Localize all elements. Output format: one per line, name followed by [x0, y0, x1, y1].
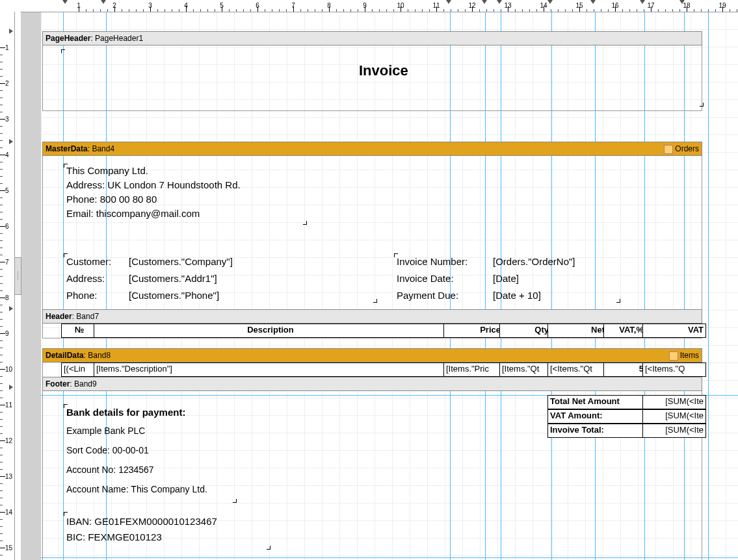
band-footer-title[interactable]: Footer: Band9	[42, 377, 702, 391]
band-masterdata-title[interactable]: MasterData: Band4 Orders	[42, 142, 702, 156]
total-net-value[interactable]: [SUM(<Ite	[642, 395, 706, 409]
band-footer[interactable]: Footer: Band9 Total Net Amount [SUM(<Ite…	[42, 377, 702, 560]
band-masterdata[interactable]: MasterData: Band4 Orders This Company Lt…	[42, 142, 702, 310]
band-pageheader-body[interactable]: Invoice	[42, 45, 702, 111]
col-desc[interactable]: Description	[94, 324, 447, 338]
col-price[interactable]: Price	[443, 324, 503, 338]
band-header-name: : Band7	[72, 312, 99, 321]
band-footer-body[interactable]: Total Net Amount [SUM(<Ite VAT Amount: […	[42, 391, 702, 560]
invdate-value[interactable]: [Date]	[493, 273, 519, 285]
band-masterdata-datasource[interactable]: Orders	[664, 142, 702, 155]
band-pageheader-prefix: PageHeader	[46, 34, 90, 43]
invdue-value[interactable]: [Date + 10]	[493, 290, 541, 301]
bank-l3[interactable]: Account No: 1234567	[66, 464, 154, 476]
datasource-icon	[664, 145, 673, 154]
band-masterdata-name: : Band4	[88, 144, 114, 153]
col-no[interactable]: №	[61, 324, 98, 338]
report-page[interactable]: PageHeader: PageHeader1 Invoice MasterDa…	[41, 12, 738, 560]
band-detaildata-body[interactable]: [(<Lin [Items."Description"] [Items."Pri…	[42, 363, 702, 377]
band-detaildata-name: : Band8	[84, 351, 111, 360]
invnum-label[interactable]: Invoice Number:	[397, 256, 468, 268]
band-masterdata-body[interactable]: This Company Ltd. Address: UK London 7 H…	[42, 156, 702, 310]
field-desc[interactable]: [Items."Description"]	[94, 363, 447, 377]
company-line-2[interactable]: Address: UK London 7 Houndstooth Rd.	[66, 179, 241, 191]
band-footer-prefix: Footer	[46, 379, 70, 388]
field-vatp[interactable]: 5	[603, 363, 646, 377]
customer-label[interactable]: Customer:	[66, 256, 111, 268]
band-detaildata-prefix: DetailData	[46, 351, 84, 360]
band-pageheader-name: : PageHeader1	[90, 34, 143, 43]
col-vat[interactable]: VAT	[642, 324, 706, 338]
field-net[interactable]: [<Items."Qt	[547, 363, 607, 377]
bank-l1[interactable]: Example Bank PLC	[66, 425, 145, 437]
total-inv-value[interactable]: [SUM(<Ite	[642, 424, 706, 438]
bank-heading[interactable]: Bank details for payment:	[66, 407, 185, 418]
ruler-grip[interactable]	[14, 257, 21, 295]
report-designer-stage: 1234567891011121314151617181920 12345678…	[0, 0, 738, 560]
band-header-prefix: Header	[46, 312, 72, 321]
band-header-title[interactable]: Header: Band7	[42, 309, 702, 324]
bank-l2[interactable]: Sort Code: 00-00-01	[66, 444, 149, 456]
total-vat-value[interactable]: [SUM(<Ite	[642, 409, 706, 424]
band-detaildata[interactable]: DetailData: Band8 Items [(<Lin [Items."D…	[42, 348, 702, 377]
bank-bic[interactable]: BIC: FEXMGE010123	[66, 531, 162, 543]
bank-iban[interactable]: IBAN: GE01FEXM0000010123467	[66, 516, 217, 528]
band-pageheader-title[interactable]: PageHeader: PageHeader1	[42, 31, 702, 45]
invdue-label[interactable]: Payment Due:	[397, 290, 458, 301]
company-line-1[interactable]: This Company Ltd.	[66, 165, 148, 177]
col-qty[interactable]: Qty	[499, 324, 551, 338]
page-gutter	[21, 12, 41, 560]
datasource-icon	[669, 351, 678, 361]
customer-value[interactable]: [Customers."Company"]	[129, 256, 233, 268]
ruler-vertical[interactable]: 123456789101112131415	[0, 12, 15, 560]
col-vatp[interactable]: VAT,%	[603, 324, 646, 338]
address-value[interactable]: [Customers."Addr1"]	[129, 273, 217, 285]
field-lineno[interactable]: [(<Lin	[61, 363, 98, 377]
invdate-label[interactable]: Invoice Date:	[397, 273, 454, 285]
total-vat-label[interactable]: VAT Amount:	[547, 409, 646, 424]
band-detaildata-title[interactable]: DetailData: Band8 Items	[42, 348, 702, 363]
total-net-label[interactable]: Total Net Amount	[547, 395, 646, 409]
band-detaildata-datasource[interactable]: Items	[669, 349, 702, 362]
phone-label[interactable]: Phone:	[66, 290, 98, 301]
band-footer-name: : Band9	[70, 379, 96, 388]
band-header[interactable]: Header: Band7 № Description Price Qty Ne…	[42, 309, 702, 338]
field-vat[interactable]: [<Items."Q	[642, 363, 706, 377]
field-qty[interactable]: [Items."Qt	[499, 363, 551, 377]
phone-value[interactable]: [Customers."Phone"]	[129, 290, 219, 301]
address-label[interactable]: Address:	[66, 273, 105, 285]
col-net[interactable]: Net	[547, 324, 607, 338]
ruler-horizontal[interactable]: 1234567891011121314151617181920	[21, 0, 738, 12]
company-line-3[interactable]: Phone: 800 00 80 80	[66, 194, 157, 205]
band-header-body[interactable]: № Description Price Qty Net VAT,% VAT	[42, 324, 702, 338]
total-inv-label[interactable]: Invoive Total:	[547, 424, 646, 438]
field-price[interactable]: [Items."Pric	[443, 363, 503, 377]
band-masterdata-prefix: MasterData	[46, 144, 88, 153]
company-line-4[interactable]: Email: thiscompany@mail.com	[66, 208, 200, 220]
band-pageheader[interactable]: PageHeader: PageHeader1 Invoice	[42, 31, 702, 111]
bank-l4[interactable]: Account Name: This Company Ltd.	[66, 483, 207, 495]
invnum-value[interactable]: [Orders."OrderNo"]	[493, 256, 575, 268]
